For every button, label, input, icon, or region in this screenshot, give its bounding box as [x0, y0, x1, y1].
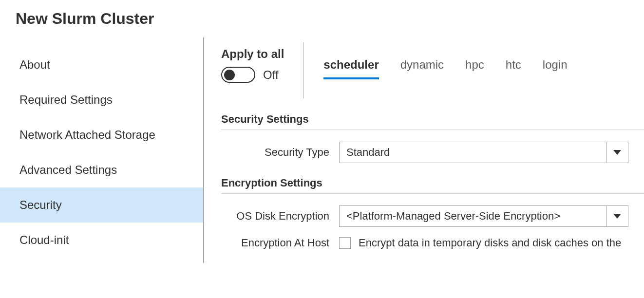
os-disk-encryption-value: <Platform-Managed Server-Side Encryption… [339, 205, 606, 227]
security-type-caret[interactable] [606, 142, 628, 163]
os-disk-encryption-row: OS Disk Encryption <Platform-Managed Ser… [221, 205, 644, 227]
encryption-at-host-row: Encryption At Host Encrypt data in tempo… [221, 237, 644, 249]
encryption-at-host-checkbox[interactable] [339, 237, 351, 249]
sidebar-item-required-settings[interactable]: Required Settings [0, 82, 203, 117]
content-wrapper: About Required Settings Network Attached… [0, 37, 644, 263]
os-disk-encryption-label: OS Disk Encryption [221, 210, 339, 223]
encryption-settings-section: Encryption Settings OS Disk Encryption <… [221, 177, 644, 249]
sidebar-item-cloud-init[interactable]: Cloud-init [0, 223, 203, 258]
apply-all-toggle-state: Off [263, 68, 279, 82]
security-settings-section: Security Settings Security Type Standard [221, 113, 644, 163]
encryption-at-host-description: Encrypt data in temporary disks and disk… [359, 237, 621, 249]
chevron-down-icon [613, 150, 621, 155]
top-row: Apply to all Off scheduler dynamic hpc h… [221, 37, 644, 98]
sidebar-item-about[interactable]: About [0, 47, 203, 82]
security-type-row: Security Type Standard [221, 142, 644, 163]
chevron-down-icon [613, 214, 621, 219]
tab-login[interactable]: login [543, 58, 568, 78]
main-panel: Apply to all Off scheduler dynamic hpc h… [204, 37, 644, 263]
security-type-select[interactable]: Standard [339, 142, 628, 163]
encryption-settings-heading: Encryption Settings [221, 177, 644, 194]
security-settings-heading: Security Settings [221, 113, 644, 130]
page-title: New Slurm Cluster [0, 0, 644, 28]
apply-all-toggle[interactable] [221, 67, 255, 83]
sidebar: About Required Settings Network Attached… [0, 37, 204, 263]
sidebar-item-advanced-settings[interactable]: Advanced Settings [0, 152, 203, 187]
apply-all-toggle-row: Off [221, 67, 284, 83]
os-disk-encryption-select[interactable]: <Platform-Managed Server-Side Encryption… [339, 205, 628, 227]
tab-dynamic[interactable]: dynamic [400, 58, 444, 78]
tabs: scheduler dynamic hpc htc login [323, 47, 567, 78]
sidebar-item-network-attached-storage[interactable]: Network Attached Storage [0, 117, 203, 152]
encryption-at-host-checkbox-row: Encrypt data in temporary disks and disk… [339, 237, 621, 249]
tab-hpc[interactable]: hpc [465, 58, 484, 78]
sidebar-item-security[interactable]: Security [0, 187, 203, 223]
encryption-at-host-label: Encryption At Host [221, 237, 339, 249]
os-disk-encryption-caret[interactable] [606, 205, 628, 227]
security-type-value: Standard [339, 142, 606, 163]
tab-htc[interactable]: htc [506, 58, 521, 78]
tab-scheduler[interactable]: scheduler [323, 58, 379, 78]
apply-all-label: Apply to all [221, 47, 284, 61]
toggle-knob [224, 70, 235, 80]
apply-all-section: Apply to all Off [221, 47, 303, 83]
security-type-label: Security Type [221, 146, 339, 159]
vertical-divider [303, 42, 304, 98]
